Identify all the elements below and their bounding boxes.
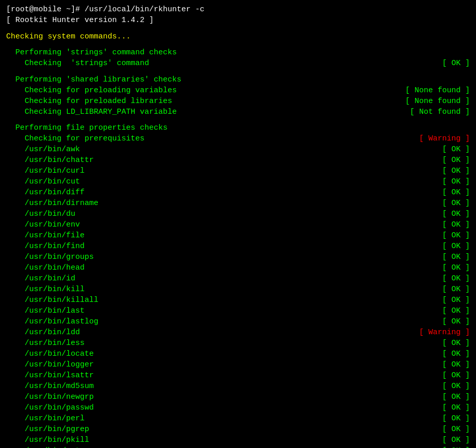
file-check-row: /usr/bin/lastlog[ OK ]: [6, 316, 470, 327]
file-status: [ OK ]: [442, 349, 470, 359]
file-status: [ OK ]: [442, 306, 470, 316]
file-path: /usr/bin/cut: [6, 176, 80, 187]
terminal-window: [root@mobile ~]# /usr/local/bin/rkhunter…: [6, 4, 470, 448]
file-check-row: /usr/bin/newgrp[ OK ]: [6, 392, 470, 402]
file-path: /usr/bin/curl: [6, 166, 85, 176]
strings-check-header: Performing 'strings' command checks: [6, 47, 470, 58]
file-path: /usr/bin/locate: [6, 349, 94, 359]
file-check-row: /usr/bin/locate[ OK ]: [6, 349, 470, 359]
file-status: [ OK ]: [442, 198, 470, 209]
file-check-row: /usr/bin/lsattr[ OK ]: [6, 370, 470, 381]
file-check-row: /usr/bin/file[ OK ]: [6, 230, 470, 241]
ld-library-label: Checking LD_LIBRARY_PATH variable: [6, 107, 177, 117]
file-path: /usr/bin/passwd: [6, 402, 94, 413]
file-check-row: /usr/bin/curl[ OK ]: [6, 166, 470, 176]
file-status: [ OK ]: [442, 295, 470, 306]
ld-library-row: Checking LD_LIBRARY_PATH variable [ Not …: [6, 107, 470, 117]
file-status: [ OK ]: [442, 155, 470, 166]
file-path: /usr/bin/chattr: [6, 155, 94, 166]
preload-vars-status: [ None found ]: [405, 85, 470, 96]
file-check-row: /usr/bin/last[ OK ]: [6, 306, 470, 316]
prompt-line: [root@mobile ~]# /usr/local/bin/rkhunter…: [6, 4, 470, 15]
file-check-row: /usr/bin/md5sum[ OK ]: [6, 381, 470, 392]
file-path: /usr/bin/find: [6, 241, 85, 252]
file-check-row: /usr/bin/killall[ OK ]: [6, 295, 470, 306]
file-path: /usr/bin/logger: [6, 359, 94, 370]
file-path: /usr/bin/kill: [6, 284, 85, 295]
version-line: [ Rootkit Hunter version 1.4.2 ]: [6, 15, 470, 26]
file-path: /usr/bin/perl: [6, 413, 85, 424]
file-status: [ OK ]: [442, 284, 470, 295]
file-status: [ OK ]: [442, 252, 470, 262]
strings-command-label: Checking 'strings' command: [6, 58, 149, 69]
file-path: /usr/bin/less: [6, 338, 85, 349]
file-status: [ OK ]: [442, 176, 470, 187]
file-status: [ OK ]: [442, 370, 470, 381]
file-check-row: /usr/bin/head[ OK ]: [6, 262, 470, 273]
preload-vars-row: Checking for preloading variables [ None…: [6, 85, 470, 96]
file-path: /usr/bin/killall: [6, 295, 98, 306]
file-status: [ OK ]: [442, 435, 470, 445]
file-check-row: /usr/bin/ldd[ Warning ]: [6, 327, 470, 338]
file-check-row: /usr/bin/cut[ OK ]: [6, 176, 470, 187]
file-status: [ OK ]: [442, 392, 470, 402]
prereq-status: [ Warning ]: [419, 133, 470, 144]
file-status: [ OK ]: [442, 359, 470, 370]
file-path: /usr/bin/lastlog: [6, 316, 98, 327]
file-status: [ OK ]: [442, 381, 470, 392]
file-status: [ OK ]: [442, 273, 470, 284]
checking-section-header: Checking system commands...: [6, 31, 470, 42]
file-path: /usr/bin/awk: [6, 144, 80, 155]
file-check-row: /usr/bin/pstree[ OK ]: [6, 445, 470, 448]
file-check-row: /usr/bin/pgrep[ OK ]: [6, 424, 470, 435]
file-path: /usr/bin/file: [6, 230, 85, 241]
strings-command-row: Checking 'strings' command [ OK ]: [6, 58, 470, 69]
file-status: [ OK ]: [442, 262, 470, 273]
file-path: /usr/bin/pgrep: [6, 424, 89, 435]
file-status: [ OK ]: [442, 424, 470, 435]
file-status: [ OK ]: [442, 413, 470, 424]
file-path: /usr/bin/diff: [6, 187, 85, 198]
file-check-row: /usr/bin/logger[ OK ]: [6, 359, 470, 370]
file-check-row: /usr/bin/id[ OK ]: [6, 273, 470, 284]
preload-vars-label: Checking for preloading variables: [6, 85, 177, 96]
preloaded-libs-label: Checking for preloaded libraries: [6, 96, 172, 107]
shared-check-header: Performing 'shared libraries' checks: [6, 74, 470, 85]
file-check-row: /usr/bin/less[ OK ]: [6, 338, 470, 349]
file-path: /usr/bin/md5sum: [6, 381, 94, 392]
file-status: [ OK ]: [442, 241, 470, 252]
file-check-row: /usr/bin/du[ OK ]: [6, 209, 470, 219]
file-check-row: /usr/bin/groups[ OK ]: [6, 252, 470, 262]
file-check-row: /usr/bin/kill[ OK ]: [6, 284, 470, 295]
file-path: /usr/bin/lsattr: [6, 370, 94, 381]
file-check-row: /usr/bin/dirname[ OK ]: [6, 198, 470, 209]
file-path: /usr/bin/newgrp: [6, 392, 94, 402]
file-status: [ OK ]: [442, 230, 470, 241]
file-path: /usr/bin/du: [6, 209, 75, 219]
file-check-row: /usr/bin/passwd[ OK ]: [6, 402, 470, 413]
file-path: /usr/bin/env: [6, 219, 80, 230]
file-check-row: /usr/bin/perl[ OK ]: [6, 413, 470, 424]
file-check-row: /usr/bin/diff[ OK ]: [6, 187, 470, 198]
file-status: [ OK ]: [442, 209, 470, 219]
file-status: [ OK ]: [442, 338, 470, 349]
ld-library-status: [ Not found ]: [410, 107, 470, 117]
file-path: /usr/bin/dirname: [6, 198, 98, 209]
file-status: [ OK ]: [442, 187, 470, 198]
preloaded-libs-status: [ None found ]: [405, 96, 470, 107]
file-list: /usr/bin/awk[ OK ] /usr/bin/chattr[ OK ]…: [6, 144, 470, 448]
file-path: /usr/bin/head: [6, 262, 85, 273]
file-status: [ OK ]: [442, 402, 470, 413]
file-status: [ OK ]: [442, 219, 470, 230]
file-check-row: /usr/bin/find[ OK ]: [6, 241, 470, 252]
file-check-row: /usr/bin/chattr[ OK ]: [6, 155, 470, 166]
file-status: [ OK ]: [442, 445, 470, 448]
file-path: /usr/bin/last: [6, 306, 85, 316]
prereq-label: Checking for prerequisites: [6, 133, 144, 144]
file-check-row: /usr/bin/env[ OK ]: [6, 219, 470, 230]
strings-command-status: [ OK ]: [442, 58, 470, 69]
file-props-header: Performing file properties checks: [6, 123, 470, 133]
preloaded-libs-row: Checking for preloaded libraries [ None …: [6, 96, 470, 107]
file-status: [ OK ]: [442, 316, 470, 327]
file-path: /usr/bin/pkill: [6, 435, 89, 445]
